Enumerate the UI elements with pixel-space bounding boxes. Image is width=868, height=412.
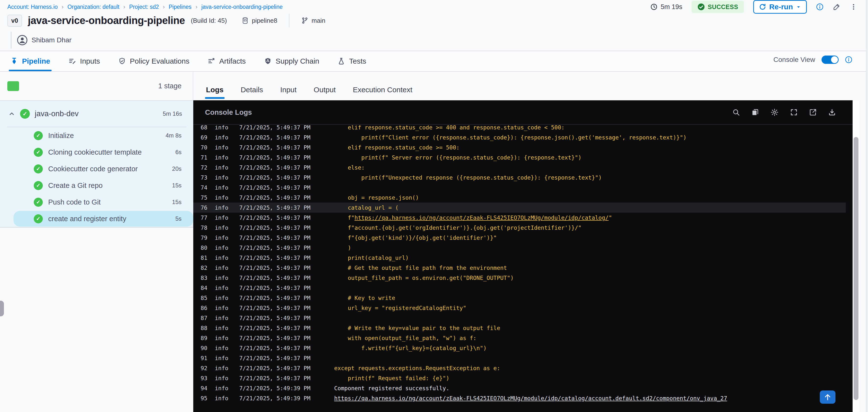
stage-tree: ✓ java-onb-dev 5m 16s ✓Initialize4m 8s✓C… [0,100,193,227]
tab-label: Policy Evaluations [130,57,189,65]
tab-policy-evaluations[interactable]: Policy Evaluations [118,51,189,71]
log-link[interactable]: https://qa.harness.io/ng/account/zEaak-F… [354,215,609,221]
stage-status-square[interactable] [7,81,19,91]
tab-pipeline[interactable]: Pipeline [10,51,50,71]
tab-label: Pipeline [22,57,50,65]
console-view-info-icon[interactable] [845,56,852,63]
stage-success-icon: ✓ [20,109,30,119]
breadcrumb-item-1[interactable]: Account: Harness.io [7,4,58,10]
log-message: ) [334,245,846,251]
tab-inputs[interactable]: Inputs [68,51,100,71]
pipeline-tag[interactable]: pipeline8 [242,17,277,25]
log-line[interactable]: 95info7/21/2025, 5:49:39 PMhttps://qa.ha… [193,393,846,403]
log-viewport[interactable]: 68info7/21/2025, 5:49:37 PM elif respons… [193,125,846,412]
log-line[interactable]: 94info7/21/2025, 5:49:39 PMComponent reg… [193,383,846,393]
log-line-number: 76 [200,204,215,211]
log-line[interactable]: 88info7/21/2025, 5:49:37 PM # Write the … [193,323,846,333]
rerun-button[interactable]: Re-run [753,0,807,14]
log-line[interactable]: 71info7/21/2025, 5:49:37 PM print(f" Ser… [193,152,846,162]
details-tab-output[interactable]: Output [314,86,336,100]
console-header: Console Logs [193,100,860,125]
pipeline-icon [10,57,18,65]
log-line[interactable]: 90info7/21/2025, 5:49:37 PM f.write(f"{u… [193,343,846,353]
more-options-icon[interactable] [850,3,857,10]
log-line[interactable]: 69info7/21/2025, 5:49:37 PM print(f"Clie… [193,132,846,142]
log-timestamp: 7/21/2025, 5:49:37 PM [239,355,334,361]
breadcrumb: Account: Harness.io›Organization: defaul… [7,3,283,10]
details-tab-execution-context[interactable]: Execution Context [353,86,412,100]
log-line[interactable]: 85info7/21/2025, 5:49:37 PM # Key to wri… [193,293,846,303]
log-timestamp: 7/21/2025, 5:49:37 PM [239,375,334,381]
log-line[interactable]: 77info7/21/2025, 5:49:37 PM f"https://qa… [193,213,846,223]
breadcrumb-item-3[interactable]: Project: sd2 [129,4,159,10]
log-line[interactable]: 83info7/21/2025, 5:49:37 PM output_file_… [193,273,846,283]
log-line[interactable]: 80info7/21/2025, 5:49:37 PM ) [193,243,846,253]
log-line[interactable]: 89info7/21/2025, 5:49:37 PM with open(ou… [193,333,846,343]
log-timestamp: 7/21/2025, 5:49:37 PM [239,175,334,181]
log-timestamp: 7/21/2025, 5:49:37 PM [239,194,334,201]
breadcrumb-item-2[interactable]: Organization: default [67,4,119,10]
step-row-initialize[interactable]: ✓Initialize4m 8s [0,127,193,144]
step-row-cloning-cookiecutter-template[interactable]: ✓Cloning cookiecutter template6s [0,144,193,160]
log-link[interactable]: https://qa.harness.io/ng/account/zEaak-F… [334,395,727,402]
log-line[interactable]: 93info7/21/2025, 5:49:37 PM print(f" Req… [193,373,846,383]
console-scrollbar-thumb[interactable] [854,137,859,400]
log-line[interactable]: 72info7/21/2025, 5:49:37 PM else: [193,162,846,172]
log-line[interactable]: 82info7/21/2025, 5:49:37 PM # Get the ou… [193,263,846,273]
step-row-cookiecutter-code-generator[interactable]: ✓Cookiecutter code generator20s [0,160,193,177]
tab-tests[interactable]: Tests [337,51,366,71]
step-row-create-a-git-repo[interactable]: ✓Create a Git repo15s [0,177,193,194]
log-line[interactable]: 86info7/21/2025, 5:49:37 PM url_key = "r… [193,303,846,313]
breadcrumb-item-4[interactable]: Pipelines [169,4,191,10]
search-icon[interactable] [732,108,740,116]
branch-name[interactable]: main [301,17,325,25]
scroll-to-top-button[interactable] [820,390,835,404]
log-line[interactable]: 76info7/21/2025, 5:49:37 PM catalog_url … [193,202,846,213]
info-icon[interactable] [816,3,824,10]
log-line[interactable]: 92info7/21/2025, 5:49:37 PMexcept reques… [193,363,846,373]
log-line[interactable]: 84info7/21/2025, 5:49:37 PM [193,283,846,293]
status-badge: SUCCESS [692,1,744,13]
log-message: # Get the output file path from the envi… [334,265,846,271]
step-success-icon: ✓ [34,198,43,207]
details-tab-details[interactable]: Details [241,86,263,100]
log-timestamp: 7/21/2025, 5:49:37 PM [239,345,334,351]
log-line[interactable]: 87info7/21/2025, 5:49:37 PM [193,313,846,323]
stage-duration: 5m 16s [163,110,182,117]
details-tab-input[interactable]: Input [280,86,297,100]
stage-row-java-onb-dev[interactable]: ✓ java-onb-dev 5m 16s [0,101,193,127]
console-scrollbar[interactable] [852,100,860,412]
details-tab-logs[interactable]: Logs [206,86,224,100]
log-level: info [215,345,239,351]
log-line[interactable]: 73info7/21/2025, 5:49:37 PM print(f"Unex… [193,172,846,183]
log-line[interactable]: 78info7/21/2025, 5:49:37 PM f"account.{o… [193,223,846,233]
step-row-push-code-to-git[interactable]: ✓Push code to Git15s [0,194,193,211]
settings-icon[interactable] [770,108,779,117]
tab-supply-chain[interactable]: Supply Chain [264,51,319,71]
log-timestamp: 7/21/2025, 5:49:37 PM [239,335,334,341]
log-line[interactable]: 75info7/21/2025, 5:49:37 PM obj = respon… [193,193,846,202]
log-message: output_file_path = os.environ.get("DRONE… [334,275,846,281]
log-message: f"{obj.get('kind')}/{obj.get('identifier… [334,234,846,241]
log-line[interactable]: 79info7/21/2025, 5:49:37 PM f"{obj.get('… [193,233,846,243]
open-new-tab-icon[interactable] [809,108,817,116]
breadcrumb-item-5[interactable]: java-service-onboarding-pipeline [202,4,283,10]
log-line[interactable]: 70info7/21/2025, 5:49:37 PM elif respons… [193,142,846,152]
fullscreen-icon[interactable] [790,108,798,116]
log-line[interactable]: 91info7/21/2025, 5:49:37 PM [193,353,846,363]
supply-chain-icon [264,57,272,65]
download-icon[interactable] [828,108,836,116]
collapse-stage-icon[interactable] [8,110,15,117]
console-view-toggle[interactable] [822,56,839,64]
edit-pipeline-icon[interactable] [833,3,841,11]
log-line[interactable]: 68info7/21/2025, 5:49:37 PM elif respons… [193,125,846,132]
log-line[interactable]: 81info7/21/2025, 5:49:37 PM print(catalo… [193,253,846,263]
drawer-handle[interactable] [0,301,4,316]
step-row-create-and-register-entity[interactable]: ✓create and register entity5s [0,211,193,227]
tab-artifacts[interactable]: Artifacts [208,51,246,71]
step-duration: 5s [176,215,182,222]
copy-icon[interactable] [751,108,759,116]
page-scrollbar[interactable] [866,0,868,412]
log-line-number: 86 [200,305,215,311]
log-line[interactable]: 74info7/21/2025, 5:49:37 PM [193,183,846,193]
